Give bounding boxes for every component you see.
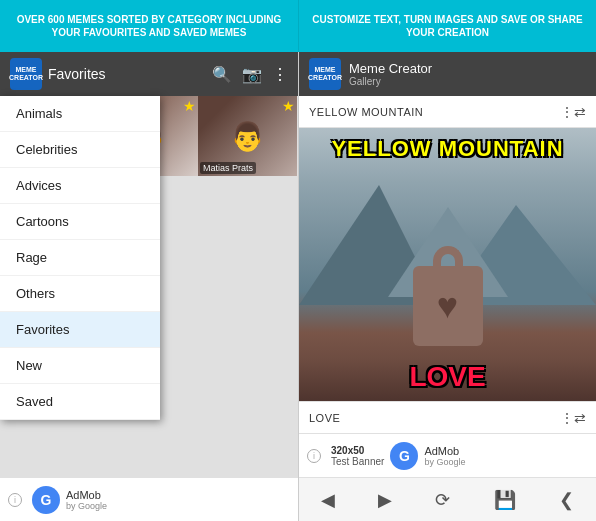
- info-icon-right[interactable]: i: [307, 449, 321, 463]
- lock-heart: ♥: [413, 266, 483, 346]
- right-logo-line1: MEME: [315, 66, 336, 74]
- admob-brand-right: AdMob: [424, 445, 465, 457]
- dropdown-item-others[interactable]: Others: [0, 276, 160, 312]
- left-toolbar-icons: 🔍 📷 ⋮: [212, 65, 288, 84]
- admob-test-label: Test Banner: [331, 456, 384, 467]
- meme-top-text: YELLOW MOUNTAIN: [299, 136, 596, 162]
- left-banner: OVER 600 MEMES SORTED BY CATEGORY INCLUD…: [0, 0, 298, 52]
- right-logo: MEME CREATOR: [309, 58, 341, 90]
- image-name-bar: YELLOW MOUNTAIN ⋮⇄: [299, 96, 596, 128]
- forward-button[interactable]: ▶: [368, 483, 402, 517]
- bg-item-label-matias: Matias Prats: [200, 162, 256, 174]
- left-logo-line2: CREATOR: [9, 74, 43, 82]
- dropdown-item-favorites[interactable]: Favorites: [0, 312, 160, 348]
- bottom-text-bar: LOVE ⋮⇄: [299, 401, 596, 433]
- info-icon-left[interactable]: i: [8, 493, 22, 507]
- meme-image-area[interactable]: ♥ YELLOW MOUNTAIN LOVE: [299, 128, 596, 401]
- dropdown-item-saved[interactable]: Saved: [0, 384, 160, 420]
- right-toolbar-text: Meme Creator Gallery: [349, 61, 432, 87]
- right-toolbar-title: Meme Creator: [349, 61, 432, 76]
- dropdown-menu: Animals Celebrities Advices Cartoons Rag…: [0, 96, 160, 420]
- admob-text-right: AdMob by Google: [424, 445, 465, 467]
- meme-bottom-text: LOVE: [299, 361, 596, 393]
- refresh-button[interactable]: ⟳: [425, 483, 460, 517]
- right-toolbar-subtitle: Gallery: [349, 76, 432, 87]
- admob-size-label-right: 320x50 Test Banner: [331, 445, 384, 467]
- star-icon1: ★: [183, 98, 196, 114]
- admob-320-text: 320x50: [331, 445, 384, 456]
- admob-by-google-right: by Google: [424, 457, 465, 467]
- heart-symbol: ♥: [437, 288, 458, 324]
- left-toolbar: MEME CREATOR Favorites 🔍 📷 ⋮: [0, 52, 298, 96]
- dropdown-item-new[interactable]: New: [0, 348, 160, 384]
- right-banner-text: CUSTOMIZE TEXT, TURN IMAGES AND SAVE OR …: [309, 13, 586, 39]
- admob-text-left: AdMob by Google: [66, 489, 107, 511]
- left-logo: MEME CREATOR: [10, 58, 42, 90]
- right-banner: CUSTOMIZE TEXT, TURN IMAGES AND SAVE OR …: [298, 0, 596, 52]
- save-button[interactable]: 💾: [484, 483, 526, 517]
- adjust-icon-bottom[interactable]: ⋮⇄: [560, 410, 586, 426]
- right-logo-line2: CREATOR: [308, 74, 342, 82]
- search-icon[interactable]: 🔍: [212, 65, 232, 84]
- meme-background: ♥ YELLOW MOUNTAIN LOVE: [299, 128, 596, 401]
- star-icon2: ★: [282, 98, 295, 114]
- right-bottom-nav: ◀ ▶ ⟳ 💾 ❮: [299, 477, 596, 521]
- left-panel: MEME CREATOR Favorites 🔍 📷 ⋮ Burning 👨 ★…: [0, 52, 298, 521]
- lock-shackle: [433, 246, 463, 268]
- dropdown-item-cartoons[interactable]: Cartoons: [0, 204, 160, 240]
- left-toolbar-title: Favorites: [48, 66, 206, 82]
- right-toolbar: MEME CREATOR Meme Creator Gallery: [299, 52, 596, 96]
- share-button[interactable]: ❮: [549, 483, 584, 517]
- admob-brand-left: AdMob: [66, 489, 107, 501]
- left-banner-text: OVER 600 MEMES SORTED BY CATEGORY INCLUD…: [10, 13, 288, 39]
- bg-item-person2[interactable]: 👨 ★ Matias Prats: [198, 96, 297, 176]
- main-content: MEME CREATOR Favorites 🔍 📷 ⋮ Burning 👨 ★…: [0, 52, 596, 521]
- admob-banner-left: i G AdMob by Google: [0, 477, 298, 521]
- bottom-text-label: LOVE: [309, 412, 340, 424]
- dropdown-item-celebrities[interactable]: Celebrities: [0, 132, 160, 168]
- adjust-icon[interactable]: ⋮⇄: [560, 104, 586, 120]
- dropdown-item-rage[interactable]: Rage: [0, 240, 160, 276]
- top-banners: OVER 600 MEMES SORTED BY CATEGORY INCLUD…: [0, 0, 596, 52]
- right-panel: MEME CREATOR Meme Creator Gallery YELLOW…: [298, 52, 596, 521]
- more-icon[interactable]: ⋮: [272, 65, 288, 84]
- image-name-text: YELLOW MOUNTAIN: [309, 106, 423, 118]
- admob-g-logo-left: G: [32, 486, 60, 514]
- admob-banner-right: i 320x50 Test Banner G AdMob by Google: [299, 433, 596, 477]
- image-icon[interactable]: 📷: [242, 65, 262, 84]
- admob-g-logo-right: G: [390, 442, 418, 470]
- left-logo-line1: MEME: [16, 66, 37, 74]
- admob-by-google-left: by Google: [66, 501, 107, 511]
- dropdown-item-advices[interactable]: Advices: [0, 168, 160, 204]
- back-button[interactable]: ◀: [311, 483, 345, 517]
- dropdown-item-animals[interactable]: Animals: [0, 96, 160, 132]
